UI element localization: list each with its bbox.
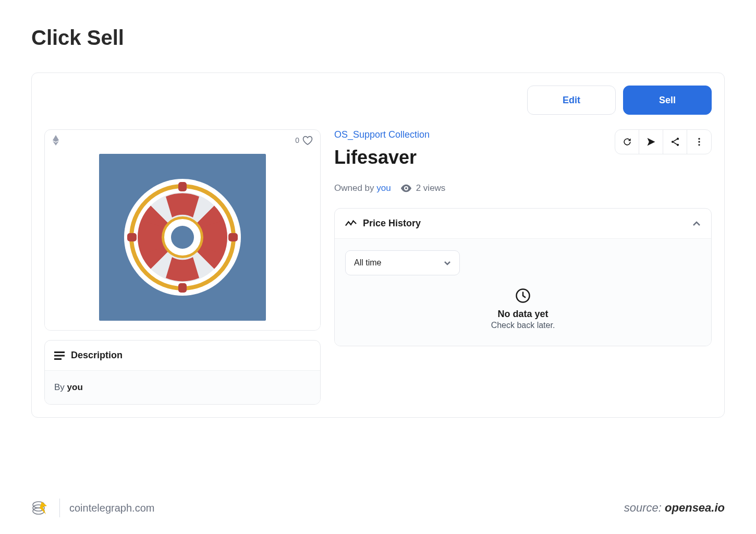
share-button[interactable] <box>663 130 687 154</box>
empty-state: No data yet Check back later. <box>345 288 701 330</box>
more-button[interactable] <box>687 130 711 154</box>
svg-point-4 <box>171 226 194 249</box>
svg-point-16 <box>698 141 700 142</box>
chevron-up-icon <box>692 221 701 226</box>
item-title: Lifesaver <box>334 147 430 168</box>
price-history-panel: Price History All time <box>334 208 712 346</box>
activity-icon <box>345 220 357 228</box>
source-name: opensea.io <box>665 501 725 514</box>
price-history-header[interactable]: Price History <box>335 209 711 239</box>
owner-link[interactable]: you <box>376 183 391 193</box>
svg-rect-11 <box>54 358 62 360</box>
empty-title: No data yet <box>497 309 548 320</box>
empty-subtitle: Check back later. <box>491 321 555 330</box>
nft-artwork <box>99 154 266 321</box>
description-title: Description <box>71 350 123 361</box>
svg-point-17 <box>698 144 700 145</box>
topbar: Edit Sell <box>44 86 712 115</box>
cointelegraph-logo-icon <box>31 499 50 517</box>
svg-point-18 <box>405 187 407 189</box>
footer: cointelegraph.com source: opensea.io <box>31 499 725 517</box>
views-count: 2 views <box>416 183 446 193</box>
send-button[interactable] <box>639 130 663 154</box>
time-range-value: All time <box>354 258 381 268</box>
owned-prefix: Owned by <box>334 183 376 193</box>
sell-button[interactable]: Sell <box>623 86 712 115</box>
svg-rect-7 <box>127 233 137 241</box>
description-header[interactable]: Description <box>45 341 320 371</box>
svg-rect-6 <box>178 283 187 293</box>
svg-rect-5 <box>178 182 187 191</box>
svg-point-15 <box>698 138 700 140</box>
collection-link[interactable]: OS_Support Collection <box>334 129 430 140</box>
list-icon <box>54 351 65 360</box>
chevron-down-icon <box>444 261 451 265</box>
action-strip <box>615 129 712 154</box>
eye-icon <box>400 184 412 192</box>
heart-icon[interactable] <box>302 136 313 145</box>
refresh-button[interactable] <box>615 130 639 154</box>
edit-button[interactable]: Edit <box>527 86 616 115</box>
ethereum-icon <box>52 135 59 145</box>
by-author: you <box>67 382 83 392</box>
description-body: By you <box>45 371 320 404</box>
footer-divider <box>59 499 60 517</box>
footer-site: cointelegraph.com <box>69 502 154 514</box>
page-title: Click Sell <box>31 26 725 50</box>
price-history-title: Price History <box>363 218 421 229</box>
clock-icon <box>515 288 531 304</box>
svg-rect-8 <box>228 233 238 241</box>
meta-row: Owned by you 2 views <box>334 183 712 193</box>
time-range-dropdown[interactable]: All time <box>345 250 460 275</box>
likes-count: 0 <box>295 136 299 144</box>
by-prefix: By <box>54 382 67 392</box>
description-card: Description By you <box>44 340 321 405</box>
source-prefix: source: <box>624 501 665 514</box>
media-card: 0 <box>44 129 321 331</box>
item-card: Edit Sell 0 <box>31 72 725 418</box>
svg-rect-9 <box>54 351 65 353</box>
svg-rect-10 <box>54 355 65 356</box>
